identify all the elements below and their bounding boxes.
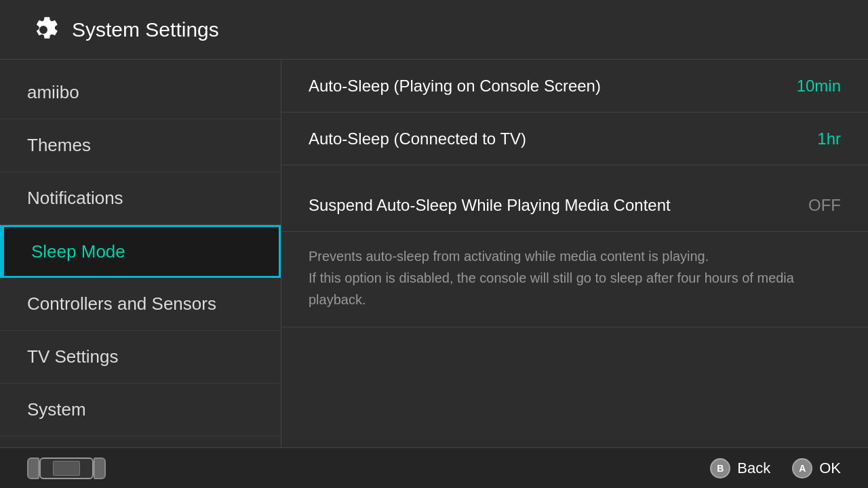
description-line-1: Prevents auto-sleep from activating whil… <box>309 245 841 267</box>
sidebar-item-controllers-sensors[interactable]: Controllers and Sensors <box>0 278 281 331</box>
auto-sleep-console-value: 10min <box>797 77 841 96</box>
description-line-2: If this option is disabled, the console … <box>309 267 841 310</box>
sidebar-item-notifications[interactable]: Notifications <box>0 172 281 225</box>
a-button-icon: A <box>792 458 812 479</box>
auto-sleep-console-label: Auto-Sleep (Playing on Console Screen) <box>309 77 601 96</box>
sidebar-item-label: Themes <box>27 135 91 156</box>
suspend-auto-sleep-label: Suspend Auto-Sleep While Playing Media C… <box>309 196 671 215</box>
auto-sleep-tv-value: 1hr <box>817 129 841 148</box>
sidebar: amiibo Themes Notifications Sleep Mode C… <box>0 60 281 447</box>
auto-sleep-tv-row[interactable]: Auto-Sleep (Connected to TV) 1hr <box>281 113 868 165</box>
app-header: System Settings <box>0 0 868 60</box>
sidebar-item-tv-settings[interactable]: TV Settings <box>0 331 281 384</box>
gear-icon <box>27 14 60 46</box>
sidebar-item-sleep-mode[interactable]: Sleep Mode <box>0 225 281 278</box>
joycon-left-icon <box>27 458 39 479</box>
ok-button[interactable]: A OK <box>792 458 841 479</box>
sidebar-item-amiibo[interactable]: amiibo <box>0 66 281 119</box>
sidebar-item-label: Notifications <box>27 188 123 209</box>
switch-device-icon <box>27 458 106 479</box>
switch-body <box>39 458 94 479</box>
page-title: System Settings <box>72 18 219 41</box>
joycon-right-icon <box>94 458 106 479</box>
sidebar-item-themes[interactable]: Themes <box>0 119 281 172</box>
switch-screen <box>53 461 80 476</box>
auto-sleep-tv-label: Auto-Sleep (Connected to TV) <box>309 129 526 148</box>
back-label: Back <box>737 460 770 477</box>
ok-label: OK <box>819 460 841 477</box>
suspend-auto-sleep-value: OFF <box>808 196 841 215</box>
section-spacer <box>281 165 868 179</box>
auto-sleep-console-row[interactable]: Auto-Sleep (Playing on Console Screen) 1… <box>281 60 868 113</box>
sidebar-item-label: amiibo <box>27 82 79 103</box>
sidebar-item-label: TV Settings <box>27 346 118 367</box>
sidebar-item-label: Sleep Mode <box>31 241 125 262</box>
main-layout: amiibo Themes Notifications Sleep Mode C… <box>0 60 868 447</box>
content-panel: Auto-Sleep (Playing on Console Screen) 1… <box>281 60 868 447</box>
suspend-auto-sleep-row[interactable]: Suspend Auto-Sleep While Playing Media C… <box>281 179 868 232</box>
sidebar-item-label: Controllers and Sensors <box>27 293 216 314</box>
back-button[interactable]: B Back <box>710 458 770 479</box>
content-description: Prevents auto-sleep from activating whil… <box>281 232 868 327</box>
footer: B Back A OK <box>0 447 868 488</box>
sidebar-item-label: System <box>27 399 86 420</box>
b-button-icon: B <box>710 458 730 479</box>
sidebar-item-system[interactable]: System <box>0 384 281 436</box>
